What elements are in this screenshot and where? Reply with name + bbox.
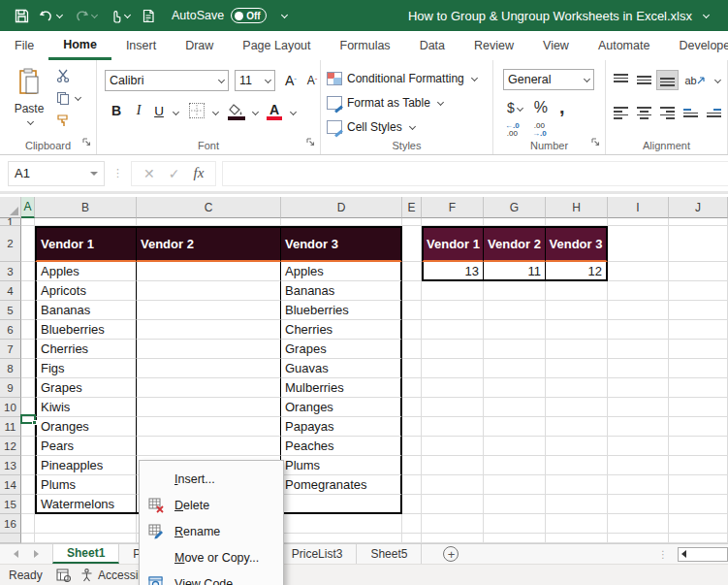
prev-sheet-icon[interactable]: [14, 550, 18, 558]
bold-button[interactable]: B: [109, 101, 124, 120]
clipboard-dialog-launcher-icon[interactable]: [82, 133, 91, 150]
cell-A14[interactable]: [21, 475, 35, 495]
fill-color-button[interactable]: [227, 99, 246, 120]
cell-E6[interactable]: [402, 320, 422, 340]
cell-F4[interactable]: [422, 281, 484, 301]
cell-A16[interactable]: [21, 514, 35, 534]
cell-G2[interactable]: Vendor 2: [484, 226, 546, 262]
row-header-15[interactable]: 15: [0, 495, 21, 514]
cell-G3[interactable]: 11: [484, 262, 546, 281]
menu-item-delete[interactable]: Delete: [140, 492, 283, 518]
menu-item-rename[interactable]: Rename: [140, 518, 283, 544]
undo-dropdown-icon[interactable]: [56, 11, 63, 17]
row-header-3[interactable]: 3: [0, 262, 21, 281]
cell-B12[interactable]: Pears: [35, 437, 137, 456]
tab-file[interactable]: File: [0, 31, 48, 60]
column-header-A[interactable]: A: [21, 197, 35, 218]
column-header-E[interactable]: E: [402, 197, 422, 218]
paste-button[interactable]: Paste: [10, 68, 48, 132]
borders-dropdown-icon[interactable]: [212, 109, 219, 115]
cell-F3[interactable]: 13: [422, 262, 484, 281]
cell-E16[interactable]: [402, 514, 422, 534]
cell-G14[interactable]: [484, 475, 546, 495]
number-dialog-launcher-icon[interactable]: [591, 133, 600, 150]
cancel-icon[interactable]: ✕: [143, 166, 155, 181]
cell-F8[interactable]: [422, 359, 484, 378]
tab-home[interactable]: Home: [48, 31, 111, 60]
cell-G10[interactable]: [484, 398, 546, 417]
decrease-decimal-button[interactable]: .00→.0: [532, 122, 547, 139]
increase-indent-button[interactable]: [703, 103, 725, 123]
cell-H3[interactable]: 12: [546, 262, 608, 281]
cell-styles-button[interactable]: Cell Styles: [327, 116, 415, 138]
cell-J8[interactable]: [669, 359, 728, 378]
cell-I6[interactable]: [608, 320, 669, 340]
font-color-dropdown-icon[interactable]: [290, 109, 297, 115]
align-middle-button[interactable]: [633, 70, 655, 90]
underline-button[interactable]: U: [151, 101, 167, 120]
cell-B13[interactable]: Pineapples: [35, 456, 137, 475]
cell-C9[interactable]: [137, 378, 281, 398]
fill-color-dropdown-icon[interactable]: [252, 109, 259, 115]
row-header-10[interactable]: 10: [0, 398, 21, 417]
cell-H14[interactable]: [546, 475, 608, 495]
cell-A1[interactable]: [21, 218, 35, 226]
cell-I8[interactable]: [608, 359, 669, 378]
menu-item-view-code[interactable]: View Code: [140, 570, 283, 585]
font-name-combo[interactable]: Calibri: [105, 70, 229, 91]
select-all-corner[interactable]: [0, 197, 21, 218]
conditional-formatting-button[interactable]: Conditional Formatting: [327, 68, 477, 89]
tab-page-layout[interactable]: Page Layout: [228, 31, 325, 60]
tab-insert[interactable]: Insert: [111, 31, 171, 60]
currency-button[interactable]: $: [507, 100, 522, 115]
cell-C2[interactable]: Vendor 2: [137, 226, 281, 262]
column-header-C[interactable]: C: [137, 197, 281, 218]
cell-F10[interactable]: [422, 398, 484, 417]
cell-G7[interactable]: [484, 340, 546, 359]
row-header-2[interactable]: 2: [0, 226, 21, 262]
cell-E5[interactable]: [402, 301, 422, 320]
cell-J1[interactable]: [669, 218, 728, 226]
cell-J6[interactable]: [669, 320, 728, 340]
copy-button[interactable]: [56, 90, 80, 106]
sheet-tab-sheet5[interactable]: Sheet5: [357, 544, 422, 564]
align-right-button[interactable]: [656, 103, 679, 123]
cell-H4[interactable]: [546, 281, 608, 301]
column-header-G[interactable]: G: [484, 197, 546, 218]
cell-G6[interactable]: [484, 320, 546, 340]
title-dropdown-icon[interactable]: [703, 11, 710, 17]
cell-A13[interactable]: [21, 456, 35, 475]
cell-A2[interactable]: [21, 226, 35, 262]
cell-I5[interactable]: [608, 301, 669, 320]
cell-J12[interactable]: [669, 437, 728, 456]
cell-I15[interactable]: [608, 495, 669, 514]
menu-item-insert[interactable]: Insert...: [140, 466, 283, 492]
cell-C5[interactable]: [137, 301, 281, 320]
cell-C8[interactable]: [137, 359, 281, 378]
decrease-indent-button[interactable]: [680, 103, 702, 123]
cell-E8[interactable]: [402, 359, 422, 378]
cell-B1[interactable]: [35, 218, 137, 226]
cell-E14[interactable]: [402, 475, 422, 495]
cell-H13[interactable]: [546, 456, 608, 475]
cell-A5[interactable]: [21, 301, 35, 320]
new-sheet-button[interactable]: +: [443, 546, 459, 562]
cell-E4[interactable]: [402, 281, 422, 301]
save-icon[interactable]: [12, 7, 32, 25]
cell-A6[interactable]: [21, 320, 35, 340]
cell-H12[interactable]: [546, 437, 608, 456]
touch-mode-icon[interactable]: [106, 7, 135, 25]
column-header-F[interactable]: F: [422, 197, 484, 218]
cell-B17[interactable]: [35, 534, 137, 543]
cell-G4[interactable]: [484, 281, 546, 301]
cell-I10[interactable]: [608, 398, 669, 417]
row-header-4[interactable]: 4: [0, 281, 21, 301]
cell-J16[interactable]: [669, 514, 728, 534]
cell-D14[interactable]: Pomegranates: [281, 475, 402, 495]
cell-J5[interactable]: [669, 301, 728, 320]
borders-button[interactable]: [189, 103, 205, 118]
cell-B7[interactable]: Cherries: [35, 340, 137, 359]
cell-A17[interactable]: [21, 534, 35, 543]
cell-G9[interactable]: [484, 378, 546, 398]
cell-C10[interactable]: [137, 398, 281, 417]
